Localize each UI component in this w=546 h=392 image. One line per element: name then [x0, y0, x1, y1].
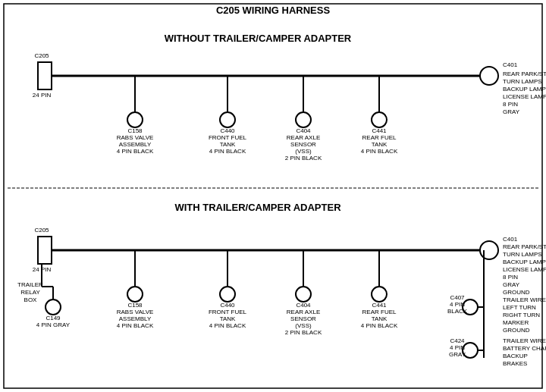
svg-text:SENSOR: SENSOR [290, 141, 316, 148]
svg-point-27 [296, 112, 311, 127]
svg-point-34 [372, 112, 387, 127]
svg-text:REAR AXLE: REAR AXLE [287, 309, 320, 315]
svg-text:BACKUP: BACKUP [503, 353, 528, 359]
svg-rect-108 [4, 4, 542, 388]
svg-text:LEFT TURN: LEFT TURN [503, 304, 536, 311]
svg-text:24 PIN: 24 PIN [33, 92, 52, 99]
svg-text:GRAY: GRAY [503, 108, 520, 115]
svg-text:RELAY: RELAY [20, 289, 40, 296]
svg-text:GRAY: GRAY [503, 281, 520, 288]
svg-text:C401: C401 [503, 236, 518, 243]
svg-point-48 [46, 299, 61, 315]
svg-text:GROUND: GROUND [503, 289, 530, 296]
svg-text:REAR FUEL: REAR FUEL [362, 134, 397, 141]
svg-point-70 [220, 287, 235, 302]
svg-text:BACKUP LAMPS: BACKUP LAMPS [503, 259, 546, 265]
svg-text:C158: C158 [127, 302, 143, 309]
svg-text:8 PIN: 8 PIN [503, 274, 518, 281]
svg-text:BOX: BOX [24, 296, 38, 303]
svg-text:RABS VALVE: RABS VALVE [117, 134, 154, 141]
svg-text:4 PIN: 4 PIN [450, 344, 465, 351]
svg-text:GRAY: GRAY [449, 351, 466, 358]
svg-point-54 [480, 241, 498, 259]
svg-text:(VSS): (VSS) [295, 322, 312, 329]
svg-text:BATTERY CHARGE: BATTERY CHARGE [503, 345, 546, 352]
wiring-diagram: C205 WIRING HARNESS WITHOUT TRAILER/CAMP… [0, 0, 546, 392]
svg-text:8 PIN: 8 PIN [503, 101, 518, 108]
svg-text:BLACK: BLACK [447, 308, 468, 315]
svg-text:LICENSE LAMPS: LICENSE LAMPS [503, 93, 546, 100]
svg-text:C205: C205 [34, 227, 49, 234]
svg-text:4 PIN BLACK: 4 PIN BLACK [361, 322, 398, 329]
svg-point-6 [480, 67, 498, 85]
svg-text:TURN LAMPS: TURN LAMPS [503, 78, 542, 85]
svg-text:C401: C401 [503, 61, 518, 68]
svg-text:C424: C424 [450, 337, 465, 344]
svg-text:REAR FUEL: REAR FUEL [362, 309, 397, 315]
svg-rect-3 [38, 62, 52, 89]
svg-text:FRONT FUEL: FRONT FUEL [209, 134, 247, 141]
svg-text:C441: C441 [372, 127, 387, 134]
svg-text:TANK: TANK [220, 141, 236, 148]
svg-text:C158: C158 [127, 127, 143, 134]
svg-text:TURN LAMPS: TURN LAMPS [503, 251, 542, 258]
svg-text:REAR PARK/STOP: REAR PARK/STOP [503, 243, 546, 250]
svg-point-76 [296, 287, 311, 302]
svg-text:TRAILER WIRES: TRAILER WIRES [503, 337, 546, 344]
svg-text:4 PIN GRAY: 4 PIN GRAY [36, 321, 71, 328]
svg-text:WITH  TRAILER/CAMPER ADAPTER: WITH TRAILER/CAMPER ADAPTER [174, 202, 341, 213]
svg-point-15 [127, 112, 143, 127]
svg-text:C404: C404 [296, 127, 311, 134]
svg-text:C149: C149 [46, 315, 61, 321]
svg-text:TANK: TANK [372, 141, 388, 148]
svg-text:BACKUP LAMPS: BACKUP LAMPS [503, 86, 546, 93]
svg-text:TRAILER WIRES: TRAILER WIRES [503, 296, 546, 303]
svg-text:MARKER: MARKER [503, 319, 529, 326]
svg-text:4 PIN BLACK: 4 PIN BLACK [117, 322, 154, 329]
svg-text:4 PIN: 4 PIN [450, 301, 465, 308]
svg-text:TANK: TANK [372, 315, 388, 322]
svg-text:(VSS): (VSS) [295, 148, 312, 155]
svg-text:TANK: TANK [220, 315, 236, 322]
svg-text:WITHOUT  TRAILER/CAMPER ADAPTE: WITHOUT TRAILER/CAMPER ADAPTER [165, 33, 352, 44]
svg-text:REAR PARK/STOP: REAR PARK/STOP [503, 71, 546, 77]
svg-text:C440: C440 [220, 127, 235, 134]
svg-text:C440: C440 [220, 302, 235, 309]
svg-point-83 [372, 287, 387, 302]
svg-text:2 PIN BLACK: 2 PIN BLACK [285, 329, 322, 336]
svg-text:REAR AXLE: REAR AXLE [287, 134, 320, 141]
svg-text:2 PIN BLACK: 2 PIN BLACK [285, 155, 322, 162]
svg-text:TRAILER: TRAILER [17, 281, 43, 288]
svg-text:LICENSE LAMPS: LICENSE LAMPS [503, 266, 546, 273]
svg-text:4 PIN BLACK: 4 PIN BLACK [361, 148, 398, 155]
svg-point-64 [127, 287, 143, 302]
svg-text:4 PIN BLACK: 4 PIN BLACK [209, 322, 246, 329]
svg-text:C441: C441 [372, 302, 387, 309]
svg-text:RIGHT TURN: RIGHT TURN [503, 312, 540, 318]
svg-text:C205 WIRING HARNESS: C205 WIRING HARNESS [216, 5, 331, 16]
svg-text:C407: C407 [450, 294, 465, 301]
svg-text:4 PIN BLACK: 4 PIN BLACK [209, 148, 246, 155]
svg-rect-42 [38, 237, 52, 264]
svg-text:FRONT FUEL: FRONT FUEL [209, 309, 247, 315]
svg-text:RABS VALVE: RABS VALVE [117, 309, 154, 315]
svg-text:BRAKES: BRAKES [503, 360, 527, 367]
svg-text:SENSOR: SENSOR [290, 315, 316, 322]
svg-text:4 PIN BLACK: 4 PIN BLACK [117, 148, 154, 155]
svg-point-21 [220, 112, 235, 127]
svg-text:ASSEMBLY: ASSEMBLY [119, 315, 152, 322]
svg-text:C404: C404 [296, 302, 311, 309]
svg-text:GROUND: GROUND [503, 327, 530, 334]
svg-text:ASSEMBLY: ASSEMBLY [119, 141, 152, 148]
svg-text:C205: C205 [34, 52, 49, 59]
